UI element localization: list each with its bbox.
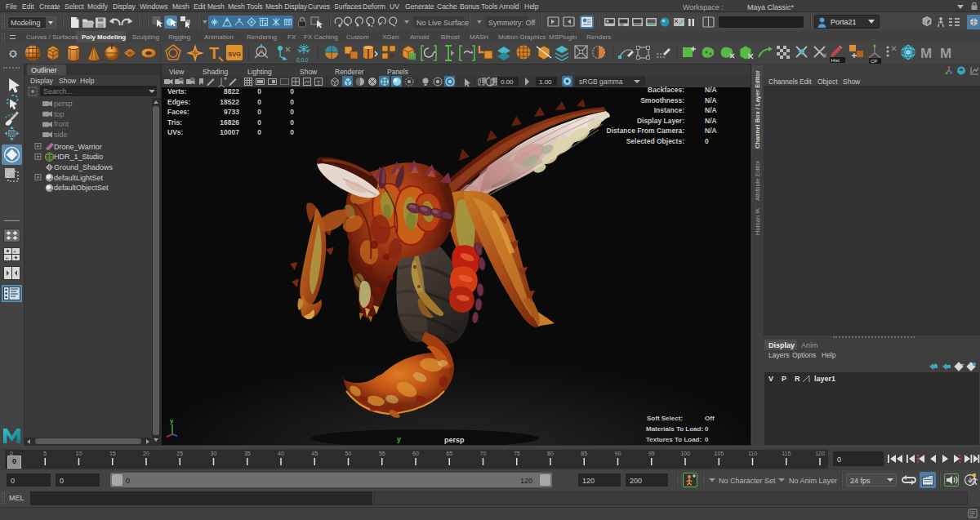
svg-text:80: 80 [547,451,554,456]
svg-text:20: 20 [143,451,149,456]
svg-text:115: 115 [782,451,791,456]
svg-text:defaultLightSet: defaultLightSet [54,174,104,182]
svg-text:defaultObjectSet: defaultObjectSet [54,184,109,192]
svg-text:85: 85 [581,451,587,456]
svg-text:9733: 9733 [224,108,239,116]
svg-text:+: + [961,362,964,367]
svg-text:+: + [934,362,937,367]
svg-text:0.00: 0.00 [501,78,514,86]
svg-text:Display Layer:: Display Layer: [637,117,684,125]
svg-text:55: 55 [379,451,385,456]
svg-text:Off: Off [705,415,715,422]
svg-text:Ground_Shadows: Ground_Shadows [54,163,114,171]
svg-text:0: 0 [257,87,261,96]
svg-text:10: 10 [76,451,82,456]
svg-text:persp: persp [54,100,73,108]
svg-text:1.00: 1.00 [539,78,552,86]
svg-text:side: side [54,131,68,139]
svg-text:+: + [13,249,16,255]
svg-text:0: 0 [290,108,294,116]
svg-text:N/A: N/A [705,127,717,135]
svg-text:105: 105 [714,451,724,456]
svg-text:Faces:: Faces: [167,108,189,116]
svg-text:N/A: N/A [705,106,717,114]
svg-text:+: + [6,256,9,261]
svg-text:T: T [209,44,219,62]
svg-text:Hist: Hist [831,58,840,63]
svg-text:10007: 10007 [220,128,239,136]
svg-text:60: 60 [412,451,419,456]
svg-text:0: 0 [705,137,709,145]
svg-text:100: 100 [680,451,690,456]
svg-text:Selected Objects:: Selected Objects: [626,137,685,145]
svg-text:M: M [940,46,951,61]
svg-text:0: 0 [257,98,261,106]
svg-text:SVG: SVG [228,51,241,58]
svg-text:70: 70 [480,451,487,456]
svg-text:45: 45 [311,451,318,456]
svg-text:Instance:: Instance: [654,106,684,114]
svg-text:110: 110 [748,451,757,456]
svg-text:50: 50 [345,451,352,456]
svg-text:N/A: N/A [705,96,717,104]
svg-text:8822: 8822 [224,87,239,96]
svg-text:N/A: N/A [705,117,717,125]
svg-text:0: 0 [257,108,261,116]
svg-text:65: 65 [446,451,452,456]
svg-text:Backfaces:: Backfaces: [648,86,684,94]
svg-text:95: 95 [648,451,655,456]
svg-text:90: 90 [615,451,621,456]
svg-text:y: y [170,418,174,424]
svg-text:0: 0 [257,118,261,127]
svg-text:120: 120 [815,451,825,456]
svg-text:Verts:: Verts: [167,87,187,96]
svg-text:UVs:: UVs: [167,128,184,136]
svg-text:5: 5 [43,451,47,456]
svg-text:0,0,0: 0,0,0 [296,57,309,63]
svg-text:0: 0 [290,98,294,106]
svg-text:75: 75 [514,451,520,456]
svg-text:HDR_1_Studio: HDR_1_Studio [54,153,103,161]
svg-text:Tris:: Tris: [167,118,182,127]
svg-text:Soft Select:: Soft Select: [647,415,683,422]
svg-text:0: 0 [257,128,261,136]
svg-text:0: 0 [705,425,709,433]
svg-text:Textures To Load:: Textures To Load: [646,436,702,443]
svg-text:Edges:: Edges: [167,98,191,106]
svg-text:25: 25 [176,451,183,456]
svg-text:0: 0 [290,87,294,96]
svg-text:M: M [920,46,932,61]
svg-text:0: 0 [290,118,294,127]
svg-text:40: 40 [278,451,284,456]
svg-text:15: 15 [109,451,116,456]
svg-text:0: 0 [290,128,294,136]
svg-text:top: top [54,110,65,118]
svg-text:Drone_Warrior: Drone_Warrior [54,143,102,151]
svg-text:30: 30 [211,451,217,456]
svg-text:Materials To Load:: Materials To Load: [646,425,703,433]
svg-text:Distance From Camera:: Distance From Camera: [607,127,685,135]
svg-text:18522: 18522 [220,98,239,106]
svg-text:35: 35 [244,451,251,456]
svg-text:front: front [54,120,69,128]
svg-text:16826: 16826 [220,118,239,127]
svg-text:Smoothness:: Smoothness: [640,96,684,104]
svg-text:N/A: N/A [705,86,717,94]
svg-text:ipr: ipr [620,23,625,27]
svg-text:0: 0 [705,436,709,443]
